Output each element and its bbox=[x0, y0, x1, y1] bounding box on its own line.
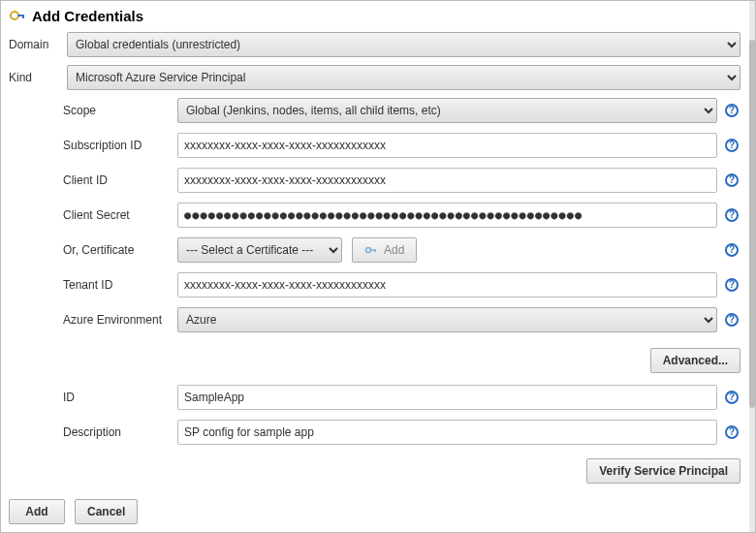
label-id: ID bbox=[63, 391, 172, 404]
id-input[interactable] bbox=[177, 385, 717, 410]
tenant-id-input[interactable] bbox=[177, 272, 717, 298]
key-icon bbox=[364, 244, 378, 256]
help-subscription-id[interactable]: ? bbox=[723, 139, 740, 152]
help-client-id[interactable]: ? bbox=[723, 173, 740, 187]
page-title: Add Credentials bbox=[32, 8, 143, 24]
domain-select[interactable]: Global credentials (unrestricted) bbox=[67, 32, 740, 57]
label-kind: Kind bbox=[9, 71, 63, 84]
key-icon bbox=[9, 7, 26, 24]
help-azure-environment[interactable]: ? bbox=[723, 313, 740, 327]
label-scope: Scope bbox=[63, 104, 172, 117]
scrollbar-thumb[interactable] bbox=[749, 40, 755, 408]
verify-service-principal-button[interactable]: Verify Service Principal bbox=[586, 458, 740, 484]
label-tenant-id: Tenant ID bbox=[63, 278, 172, 292]
add-credentials-dialog: Add Credentials Domain Global credential… bbox=[0, 0, 756, 533]
add-button[interactable]: Add bbox=[9, 499, 65, 524]
help-icon: ? bbox=[725, 208, 739, 222]
kind-select[interactable]: Microsoft Azure Service Principal bbox=[67, 65, 740, 90]
help-tenant-id[interactable]: ? bbox=[723, 278, 740, 292]
advanced-button[interactable]: Advanced... bbox=[650, 348, 740, 373]
main-form: Domain Global credentials (unrestricted)… bbox=[9, 32, 740, 484]
svg-rect-5 bbox=[375, 249, 376, 252]
help-icon: ? bbox=[725, 425, 739, 439]
certificate-select[interactable]: --- Select a Certificate --- bbox=[177, 237, 342, 263]
label-description: Description bbox=[63, 425, 172, 439]
footer-buttons: Add Cancel bbox=[9, 499, 138, 524]
cancel-button[interactable]: Cancel bbox=[75, 499, 138, 524]
help-icon: ? bbox=[725, 313, 739, 327]
azure-environment-select[interactable]: Azure bbox=[177, 307, 717, 332]
help-icon: ? bbox=[725, 278, 739, 292]
help-icon: ? bbox=[725, 391, 739, 404]
subscription-id-input[interactable] bbox=[177, 133, 717, 158]
help-icon: ? bbox=[725, 243, 739, 257]
help-icon: ? bbox=[725, 173, 739, 187]
label-azure-environment: Azure Environment bbox=[63, 313, 172, 327]
advanced-label: Advanced... bbox=[663, 354, 728, 367]
help-certificate[interactable]: ? bbox=[723, 243, 740, 257]
verify-label: Verify Service Principal bbox=[599, 464, 728, 478]
label-subscription-id: Subscription ID bbox=[63, 139, 172, 152]
certificate-row: --- Select a Certificate --- Add bbox=[177, 237, 717, 263]
dialog-body: Add Credentials Domain Global credential… bbox=[1, 1, 748, 532]
help-description[interactable]: ? bbox=[723, 425, 740, 439]
description-input[interactable] bbox=[177, 420, 717, 445]
help-client-secret[interactable]: ? bbox=[723, 208, 740, 222]
client-secret-input[interactable] bbox=[177, 203, 717, 228]
title-row: Add Credentials bbox=[9, 7, 740, 24]
label-domain: Domain bbox=[9, 38, 63, 51]
add-certificate-label: Add bbox=[384, 243, 404, 257]
help-id[interactable]: ? bbox=[723, 391, 740, 404]
help-scope[interactable]: ? bbox=[723, 104, 740, 117]
label-client-id: Client ID bbox=[63, 173, 172, 187]
add-certificate-button[interactable]: Add bbox=[352, 237, 417, 263]
label-or-certificate: Or, Certificate bbox=[63, 243, 172, 257]
help-icon: ? bbox=[725, 104, 739, 117]
svg-point-3 bbox=[366, 248, 371, 253]
svg-point-0 bbox=[11, 12, 18, 19]
svg-rect-2 bbox=[22, 15, 24, 18]
scope-select[interactable]: Global (Jenkins, nodes, items, all child… bbox=[177, 98, 717, 123]
label-client-secret: Client Secret bbox=[63, 208, 172, 222]
help-icon: ? bbox=[725, 139, 739, 152]
client-id-input[interactable] bbox=[177, 168, 717, 193]
indented-section: Scope Global (Jenkins, nodes, items, all… bbox=[9, 98, 740, 484]
